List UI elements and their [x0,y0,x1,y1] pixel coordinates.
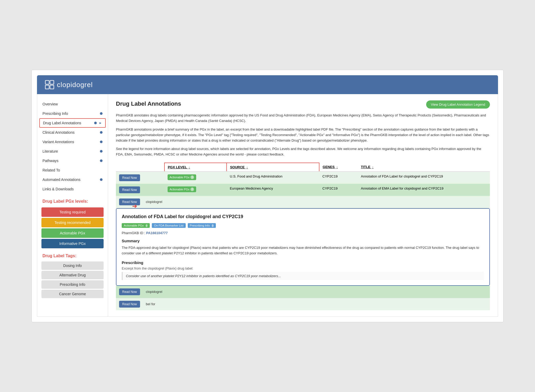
main-content: Overview Prescribing Info Drug Label Ann… [37,94,498,316]
sidebar-item-clinical[interactable]: Clinical Annotations [37,128,108,137]
table-row-4: Read Now clopidogrel [116,286,490,298]
sidebar-item-label: Related To [42,168,60,172]
sidebar-item-literature[interactable]: Literature [37,147,108,156]
annotations-table: PGX LEVEL ↕ SOURCE ↕ GENES ↕ [116,163,490,310]
sidebar-item-label: Literature [42,149,58,153]
actionable-pgx-button[interactable]: Actionable PGx [41,228,104,238]
header-bar: clopidogrel [37,75,498,94]
excerpt-label: Excerpt from the clopidogrel (Plavix) dr… [122,266,484,270]
summary-label: Summary [122,239,484,243]
description-1: PharmGKB annotates drug labels containin… [116,113,490,124]
svg-rect-1 [50,80,54,84]
table-cell-genes: CYP2C19 [319,184,358,196]
table-cell-pgx: Actionable PGx i [164,184,227,196]
annotations-table-wrapper: PGX LEVEL ↕ SOURCE ↕ GENES ↕ [116,163,490,310]
table-cell-source: U.S. Food and Drug Administration [227,171,319,184]
sidebar-item-drug-label[interactable]: Drug Label Annotations ► [39,118,106,128]
sidebar-item-automated[interactable]: Automated Annotations [37,175,108,184]
informative-pgx-button[interactable]: Informative PGx [41,239,104,248]
sidebar-item-label: Automated Annotations [42,178,81,182]
table-row: Read Now Actionable PGx i European Medic… [116,184,490,196]
read-now-button-3[interactable]: Read Now [119,198,140,205]
legend-button[interactable]: View Drug Label Annotation Legend [426,100,490,109]
col-genes[interactable]: GENES ↕ [319,163,358,171]
table-cell-action: Read Now [116,171,164,184]
info-icon-badge: i [146,224,148,227]
svg-rect-2 [45,85,49,89]
sidebar-item-related[interactable]: Related To [37,165,108,175]
sidebar-item-links[interactable]: Links & Downloads [37,184,108,194]
alternative-drug-tag-button[interactable]: Alternative Drug [41,271,104,279]
table-row-5: Read Now bel for [116,298,490,310]
pharmgkb-logo-icon [45,80,54,89]
sort-arrow-genes: ↕ [336,165,338,169]
sort-arrow-title: ↕ [372,165,374,169]
nav-dot [100,178,103,181]
col-pgx-level[interactable]: PGX LEVEL ↕ [164,163,227,171]
pgx-badge-actionable: Actionable PGx i [168,174,196,180]
pharmgkb-id-value: PA166104777 [146,231,168,235]
table-cell-title: Annotation of EMA Label for clopidogrel … [358,184,490,196]
header-drug-name: clopidogrel [57,81,93,89]
popup-title: Annotation of FDA Label for clopidogrel … [122,214,484,219]
table-cell-action: Read Now [116,184,164,196]
sidebar-item-label: Variant Annotations [42,140,74,144]
sidebar-item-label: Pathways [42,159,58,163]
nav-dot [100,131,103,134]
sidebar-item-label: Links & Downloads [42,187,74,191]
pharmgkb-id-row: PharmGKB ID : PA166104777 [122,231,484,235]
popup-arrow-indicator: ➔ [132,203,137,210]
testing-required-button[interactable]: Testing required [41,207,104,217]
sort-arrow-pgx: ↕ [189,166,190,169]
info-icon: i [190,175,194,179]
nav-arrow-icon: ► [99,121,102,125]
col-source[interactable]: SOURCE ↕ [227,163,319,171]
table-cell-genes: CYP2C19 [319,171,358,184]
table-cell-pgx: Actionable PGx i [164,171,227,184]
header-logo: clopidogrel [45,80,93,89]
badge-actionable-pgx: Actionable PGx i [122,223,150,228]
content-header: Drug Label Annotations View Drug Label A… [116,100,490,109]
page-title: Drug Label Annotations [116,100,181,107]
outer-frame: clopidogrel Overview Prescribing Info Dr… [31,70,504,322]
pgx-levels-title: Drug Label PGx levels: [37,194,108,206]
info-icon: i [190,187,194,191]
table-row-popup-container: Read Now clopidogrel ➔ Annotation of FDA [116,196,490,310]
rows-with-popup: Read Now clopidogrel ➔ Annotation of FDA [116,196,490,310]
sidebar-item-prescribing-info[interactable]: Prescribing Info [37,109,108,118]
read-now-button-4[interactable]: Read Now [119,288,140,295]
content-area: Drug Label Annotations View Drug Label A… [108,94,498,316]
sidebar-item-overview[interactable]: Overview [37,99,108,109]
sidebar-item-variant[interactable]: Variant Annotations [37,137,108,147]
cancer-genome-tag-button[interactable]: Cancer Genome [41,290,104,298]
table-row-3: Read Now clopidogrel [116,196,490,208]
read-now-button-5[interactable]: Read Now [119,301,140,308]
badge-biomarker: On FDA Biomarker List [152,223,185,228]
prescribing-info-tag-button[interactable]: Prescribing Info [41,280,104,289]
sidebar-item-pathways[interactable]: Pathways [37,156,108,165]
sidebar-item-label: Prescribing Info [42,111,68,116]
popup-cell: Read Now clopidogrel ➔ Annotation of FDA [116,196,490,310]
table-cell-source: European Medicines Agency [227,184,319,196]
pgx-badge-actionable-2: Actionable PGx i [168,186,196,192]
nav-dot [94,122,97,124]
read-now-button-1[interactable]: Read Now [119,174,140,181]
testing-recommended-button[interactable]: Testing recommended [41,218,104,227]
col-title[interactable]: TITLE ↕ [358,163,490,171]
sidebar-item-label: Overview [42,102,58,106]
dosing-info-tag-button[interactable]: Dosing Info [41,261,104,270]
svg-rect-0 [45,80,49,84]
nav-dot [100,141,103,143]
read-now-button-2[interactable]: Read Now [119,186,140,193]
table-row: Read Now Actionable PGx i U.S. Food and … [116,171,490,184]
description-2: PharmGKB annotations provide a brief sum… [116,127,490,143]
sidebar-item-label: Drug Label Annotations [43,121,81,125]
nav-dot [100,112,103,115]
summary-text: The FDA-approved drug label for clopidog… [122,245,484,256]
table-cell-title: Annotation of FDA Label for clopidogrel … [358,171,490,184]
sort-arrow-source: ↕ [246,166,248,169]
sidebar: Overview Prescribing Info Drug Label Ann… [37,94,108,316]
nav-dot [100,150,103,153]
col-action [116,163,164,171]
svg-rect-3 [50,85,54,89]
